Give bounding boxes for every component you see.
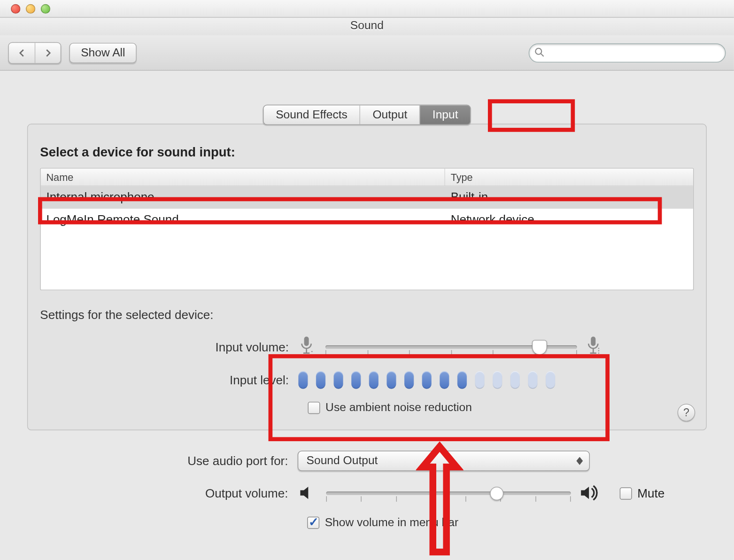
tab-sound-effects[interactable]: Sound Effects [263,105,360,124]
search-icon [534,47,545,57]
input-level-label: Input level: [40,373,298,387]
output-volume-slider[interactable] [326,483,571,504]
input-level-meter [298,371,555,389]
microphone-high-icon [585,336,604,359]
svg-point-0 [535,48,541,54]
audio-port-label: Use audio port for: [39,454,298,468]
window-titlebar [0,0,734,18]
svg-point-10 [598,350,599,351]
close-window-button[interactable] [11,4,20,14]
input-settings-group: Select a device for sound input: Name Ty… [27,124,707,430]
settings-heading: Settings for the selected device: [40,308,694,322]
toolbar: Show All [0,35,734,70]
device-row[interactable]: LogMeIn Remote SoundNetwork device [41,209,693,231]
show-all-label: Show All [81,46,125,60]
help-button[interactable]: ? [678,404,695,422]
speaker-low-icon [298,484,318,503]
ambient-noise-checkbox[interactable] [308,402,320,414]
device-type: Network device [445,209,693,231]
speaker-high-icon [579,484,599,503]
svg-rect-6 [591,336,595,346]
svg-point-9 [598,348,599,349]
select-arrows-icon [574,453,585,468]
input-volume-label: Input volume: [40,340,298,354]
show-all-button[interactable]: Show All [70,42,137,62]
audio-port-select[interactable]: Sound Output [298,451,590,471]
audio-port-value: Sound Output [307,454,378,468]
mute-checkbox[interactable] [620,487,632,499]
output-volume-label: Output volume: [39,486,298,500]
device-row[interactable]: Internal microphoneBuilt-in [41,186,693,209]
column-header-name[interactable]: Name [41,169,445,186]
svg-point-11 [598,352,599,353]
microphone-low-icon [298,336,317,359]
device-name: Internal microphone [41,186,445,209]
tab-output[interactable]: Output [360,105,419,124]
device-type: Built-in [445,186,693,209]
minimize-window-button[interactable] [26,4,35,14]
mute-label: Mute [637,486,664,500]
tab-input[interactable]: Input [419,105,470,124]
svg-point-5 [311,351,312,352]
select-device-heading: Select a device for sound input: [40,145,694,160]
svg-rect-2 [304,336,309,346]
back-button[interactable] [9,42,35,62]
nav-back-forward [8,42,61,63]
forward-button[interactable] [35,42,61,62]
zoom-window-button[interactable] [41,4,50,14]
svg-line-1 [541,54,544,56]
show-volume-menubar-checkbox[interactable] [307,517,319,529]
device-name: LogMeIn Remote Sound [41,209,445,231]
show-volume-menubar-label: Show volume in menu bar [325,516,458,529]
search-input[interactable] [529,43,726,62]
window-title: Sound [350,19,384,32]
device-table: Name Type Internal microphoneBuilt-inLog… [40,168,694,290]
ambient-noise-label: Use ambient noise reduction [325,401,472,415]
column-header-type[interactable]: Type [445,169,693,186]
input-volume-slider[interactable] [325,337,577,358]
